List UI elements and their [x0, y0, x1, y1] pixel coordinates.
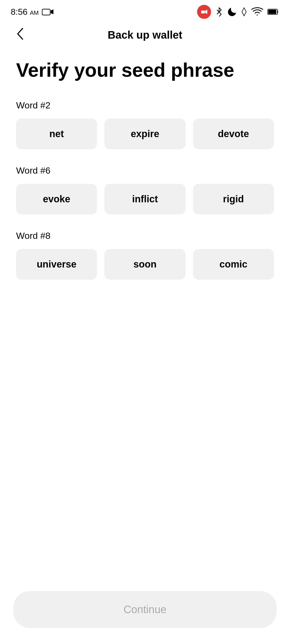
- word-group-2: Word #2 net expire devote: [16, 100, 274, 149]
- svg-rect-6: [268, 10, 276, 14]
- status-bar-left: 8:56 AM: [11, 7, 54, 17]
- battery-icon: [267, 8, 279, 16]
- record-badge: [197, 5, 211, 19]
- signal-icon: [241, 7, 247, 17]
- back-button[interactable]: [13, 24, 27, 45]
- svg-marker-1: [51, 9, 53, 14]
- word2-option3[interactable]: devote: [193, 119, 274, 149]
- svg-rect-2: [201, 10, 205, 13]
- page-heading: Verify your seed phrase: [16, 59, 274, 81]
- word6-option2[interactable]: inflict: [104, 184, 185, 214]
- svg-rect-0: [42, 9, 50, 15]
- record-icon: [200, 8, 208, 16]
- word-options-2: net expire devote: [16, 119, 274, 149]
- camera-icon: [42, 8, 54, 16]
- word-label-8: Word #8: [16, 230, 274, 241]
- word2-option2[interactable]: expire: [104, 119, 185, 149]
- word-group-8: Word #8 universe soon comic: [16, 230, 274, 280]
- page-title: Back up wallet: [108, 29, 182, 41]
- svg-marker-4: [242, 8, 246, 16]
- bluetooth-icon: [215, 6, 223, 17]
- moon-icon: [227, 7, 237, 17]
- status-time-ampm: AM: [30, 9, 39, 16]
- continue-button[interactable]: Continue: [13, 591, 277, 628]
- word2-option1[interactable]: net: [16, 119, 97, 149]
- word6-option3[interactable]: rigid: [193, 184, 274, 214]
- word6-option1[interactable]: evoke: [16, 184, 97, 214]
- status-bar: 8:56 AM: [0, 0, 290, 21]
- word-options-6: evoke inflict rigid: [16, 184, 274, 214]
- word8-option3[interactable]: comic: [193, 249, 274, 280]
- word-label-2: Word #2: [16, 100, 274, 111]
- continue-btn-wrapper: Continue: [13, 591, 277, 628]
- word-label-6: Word #6: [16, 165, 274, 176]
- main-content: Verify your seed phrase Word #2 net expi…: [0, 48, 290, 306]
- status-time: 8:56 AM: [11, 7, 39, 17]
- nav-bar: Back up wallet: [0, 21, 290, 48]
- word8-option1[interactable]: universe: [16, 249, 97, 280]
- wifi-icon: [251, 7, 263, 17]
- status-bar-right: [197, 5, 279, 19]
- word-group-6: Word #6 evoke inflict rigid: [16, 165, 274, 214]
- status-time-digits: 8:56: [11, 7, 27, 17]
- svg-marker-3: [205, 10, 207, 14]
- word-options-8: universe soon comic: [16, 249, 274, 280]
- word8-option2[interactable]: soon: [104, 249, 185, 280]
